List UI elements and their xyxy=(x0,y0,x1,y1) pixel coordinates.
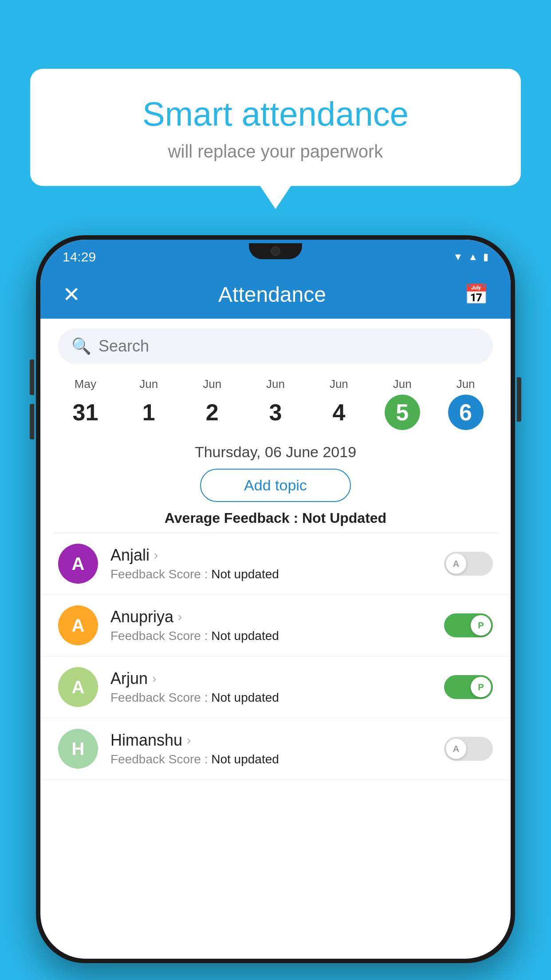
student-info: Anupriya › Feedback Score : Not updated xyxy=(110,608,444,643)
chevron-icon: › xyxy=(178,610,182,624)
date-item-1[interactable]: Jun 1 xyxy=(117,377,181,430)
date-item-2[interactable]: Jun 2 xyxy=(181,377,244,430)
chevron-icon: › xyxy=(154,548,158,562)
battery-icon: ▮ xyxy=(483,251,488,263)
day-number: 4 xyxy=(321,395,357,430)
calendar-icon[interactable]: 📅 xyxy=(464,283,488,306)
student-avatar: A xyxy=(58,667,98,707)
month-label: Jun xyxy=(181,377,244,391)
toggle-knob: A xyxy=(446,739,466,759)
vol-down-button xyxy=(30,404,34,439)
day-number: 31 xyxy=(67,395,103,430)
vol-up-button xyxy=(30,360,34,395)
bubble-title: Smart attendance xyxy=(52,95,499,133)
day-number: 2 xyxy=(194,395,230,430)
app-header: ✕ Attendance 📅 xyxy=(40,270,511,319)
attendance-toggle[interactable]: P xyxy=(444,613,493,637)
feedback-value: Not updated xyxy=(211,752,279,766)
bubble-subtitle: will replace your paperwork xyxy=(52,142,499,162)
search-icon: 🔍 xyxy=(71,337,91,356)
day-number: 1 xyxy=(131,395,166,430)
student-avatar: H xyxy=(58,729,98,769)
month-label: Jun xyxy=(244,377,307,391)
date-strip: May 31 Jun 1 Jun 2 Jun 3 Jun 4 Jun 5 Jun… xyxy=(40,364,511,430)
student-item: A Anupriya › Feedback Score : Not update… xyxy=(40,595,511,656)
feedback-value: Not updated xyxy=(211,567,279,581)
avg-feedback-value: Not Updated xyxy=(302,510,386,526)
status-time: 14:29 xyxy=(63,249,96,265)
close-button[interactable]: ✕ xyxy=(63,282,80,307)
feedback-value: Not updated xyxy=(211,691,279,704)
student-feedback: Feedback Score : Not updated xyxy=(110,752,444,767)
app-title: Attendance xyxy=(218,282,326,307)
month-label: Jun xyxy=(434,377,497,391)
chevron-icon: › xyxy=(152,672,156,686)
avg-feedback: Average Feedback : Not Updated xyxy=(40,510,511,526)
student-info: Arjun › Feedback Score : Not updated xyxy=(110,669,444,705)
student-info: Anjali › Feedback Score : Not updated xyxy=(110,546,444,581)
student-feedback: Feedback Score : Not updated xyxy=(110,691,444,705)
student-name[interactable]: Arjun › xyxy=(110,669,444,688)
phone-screen: 14:29 ▼ ▲ ▮ ✕ Attendance 📅 🔍 May 31 xyxy=(40,240,511,959)
date-item-5[interactable]: Jun 5 xyxy=(370,377,434,430)
phone-frame: 14:29 ▼ ▲ ▮ ✕ Attendance 📅 🔍 May 31 xyxy=(36,235,515,963)
day-number: 5 xyxy=(385,395,420,430)
attendance-toggle[interactable]: P xyxy=(444,675,493,699)
attendance-toggle[interactable]: A xyxy=(444,737,493,761)
search-input[interactable] xyxy=(98,337,480,356)
date-item-31[interactable]: May 31 xyxy=(54,377,117,430)
day-number: 6 xyxy=(448,395,484,430)
student-feedback: Feedback Score : Not updated xyxy=(110,629,444,643)
month-label: Jun xyxy=(117,377,181,391)
student-item: A Anjali › Feedback Score : Not updated … xyxy=(40,533,511,595)
signal-icon: ▲ xyxy=(468,251,478,263)
month-label: Jun xyxy=(370,377,434,391)
date-item-6[interactable]: Jun 6 xyxy=(434,377,497,430)
toggle-knob: P xyxy=(471,677,491,697)
day-number: 3 xyxy=(258,395,293,430)
add-topic-button[interactable]: Add topic xyxy=(200,469,351,502)
selected-date-label: Thursday, 06 June 2019 xyxy=(40,430,511,469)
attendance-toggle[interactable]: A xyxy=(444,552,493,576)
student-name[interactable]: Anjali › xyxy=(110,546,444,565)
student-name[interactable]: Anupriya › xyxy=(110,608,444,626)
power-button xyxy=(517,377,521,422)
toggle-knob: A xyxy=(446,553,466,574)
student-list: A Anjali › Feedback Score : Not updated … xyxy=(40,533,511,780)
front-camera xyxy=(271,246,280,256)
wifi-icon: ▼ xyxy=(453,251,463,263)
avg-feedback-label: Average Feedback : xyxy=(165,510,298,526)
speech-bubble: Smart attendance will replace your paper… xyxy=(30,69,521,186)
student-avatar: A xyxy=(58,605,98,645)
month-label: Jun xyxy=(307,377,370,391)
phone-device: 14:29 ▼ ▲ ▮ ✕ Attendance 📅 🔍 May 31 xyxy=(36,235,515,963)
search-bar[interactable]: 🔍 xyxy=(58,328,493,364)
student-info: Himanshu › Feedback Score : Not updated xyxy=(110,731,444,767)
date-item-4[interactable]: Jun 4 xyxy=(307,377,370,430)
month-label: May xyxy=(54,377,117,391)
student-avatar: A xyxy=(58,544,98,584)
status-icons: ▼ ▲ ▮ xyxy=(453,251,488,263)
student-name[interactable]: Himanshu › xyxy=(110,731,444,750)
date-item-3[interactable]: Jun 3 xyxy=(244,377,307,430)
student-item: A Arjun › Feedback Score : Not updated P xyxy=(40,656,511,718)
student-feedback: Feedback Score : Not updated xyxy=(110,567,444,581)
phone-notch xyxy=(249,243,302,259)
chevron-icon: › xyxy=(187,733,191,747)
feedback-value: Not updated xyxy=(211,629,279,643)
student-item: H Himanshu › Feedback Score : Not update… xyxy=(40,718,511,780)
toggle-knob: P xyxy=(471,615,491,636)
